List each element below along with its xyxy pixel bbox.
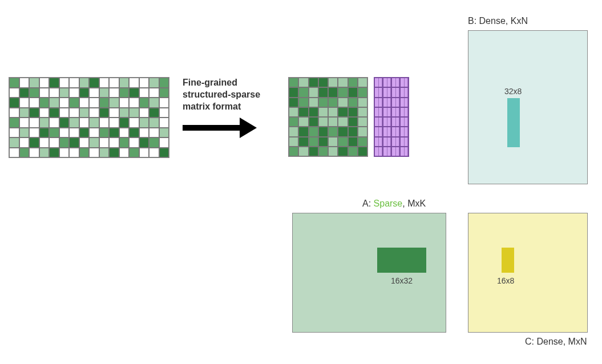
cell: [289, 117, 298, 127]
cell: [348, 137, 358, 147]
cell: [109, 88, 119, 98]
cell: [338, 107, 348, 117]
cell: [79, 98, 90, 108]
cell: [89, 108, 99, 118]
cell: [29, 108, 39, 118]
cell: [19, 148, 30, 158]
cell: [29, 118, 39, 128]
cell: [89, 78, 99, 88]
index-cell: [391, 87, 400, 97]
cell: [358, 117, 367, 127]
cell: [109, 78, 119, 88]
cell: [149, 108, 159, 118]
cell: [348, 107, 358, 117]
index-cell: [374, 117, 383, 127]
cell: [89, 98, 99, 108]
index-cell: [400, 107, 409, 117]
cell: [89, 148, 99, 158]
cell: [99, 137, 110, 148]
cell: [309, 78, 318, 87]
cell: [9, 78, 19, 88]
cell: [59, 88, 70, 98]
index-cell: [383, 98, 391, 107]
cell: [328, 107, 338, 117]
cell: [109, 118, 119, 128]
cell: [29, 88, 39, 98]
cell: [129, 88, 139, 98]
cell: [149, 128, 159, 138]
cell: [159, 128, 169, 138]
index-cell: [391, 78, 400, 87]
matrix-a-box: 16x32: [292, 213, 446, 333]
cell: [59, 137, 70, 148]
cell: [29, 98, 39, 108]
cell: [159, 108, 169, 118]
index-cell: [374, 107, 383, 117]
cell: [289, 107, 298, 117]
cell: [348, 98, 358, 107]
cell: [289, 78, 298, 87]
matrix-a-label-sparse: Sparse: [374, 199, 403, 208]
index-cell: [400, 87, 409, 97]
cell: [358, 78, 367, 87]
cell: [129, 78, 139, 88]
cell: [29, 148, 39, 158]
cell: [79, 78, 90, 88]
cell: [149, 148, 159, 158]
cell: [39, 78, 50, 88]
cell: [309, 117, 318, 127]
cell: [318, 78, 328, 87]
cell: [39, 108, 50, 118]
cell: [338, 98, 348, 107]
index-cell: [391, 98, 400, 107]
cell: [328, 127, 338, 136]
cell: [358, 98, 367, 107]
cell: [338, 137, 348, 147]
index-cell: [383, 107, 391, 117]
index-cell: [383, 78, 391, 87]
cell: [69, 98, 79, 108]
cell: [139, 137, 150, 148]
matrix-b-box: 32x8: [468, 30, 588, 184]
cell: [328, 98, 338, 107]
cell: [129, 128, 139, 138]
cell: [358, 107, 367, 117]
cell: [309, 107, 318, 117]
cell: [119, 137, 130, 148]
compressed-matrix-grid: [288, 77, 368, 157]
cell: [9, 108, 19, 118]
cell: [149, 137, 159, 148]
cell: [338, 147, 348, 156]
cell: [348, 147, 358, 156]
cell: [328, 147, 338, 156]
cell: [358, 137, 367, 147]
cell: [89, 137, 99, 148]
cell: [99, 118, 110, 128]
arrow-icon: [183, 118, 257, 138]
cell: [318, 117, 328, 127]
cell: [19, 98, 30, 108]
cell: [119, 128, 130, 138]
cell: [159, 88, 169, 98]
cell: [59, 148, 70, 158]
cell: [139, 98, 150, 108]
cell: [99, 98, 110, 108]
cell: [59, 108, 70, 118]
cell: [298, 137, 308, 147]
cell: [328, 87, 338, 97]
cell: [348, 127, 358, 136]
cell: [338, 117, 348, 127]
cell: [79, 137, 90, 148]
cell: [29, 78, 39, 88]
cell: [309, 127, 318, 136]
cell: [79, 118, 90, 128]
cell: [129, 98, 139, 108]
cell: [39, 128, 50, 138]
index-cell: [400, 78, 409, 87]
sparse-matrix-grid: [9, 77, 169, 158]
cell: [119, 108, 130, 118]
cell: [19, 108, 30, 118]
index-cell: [374, 127, 383, 136]
cell: [358, 147, 367, 156]
cell: [129, 148, 139, 158]
